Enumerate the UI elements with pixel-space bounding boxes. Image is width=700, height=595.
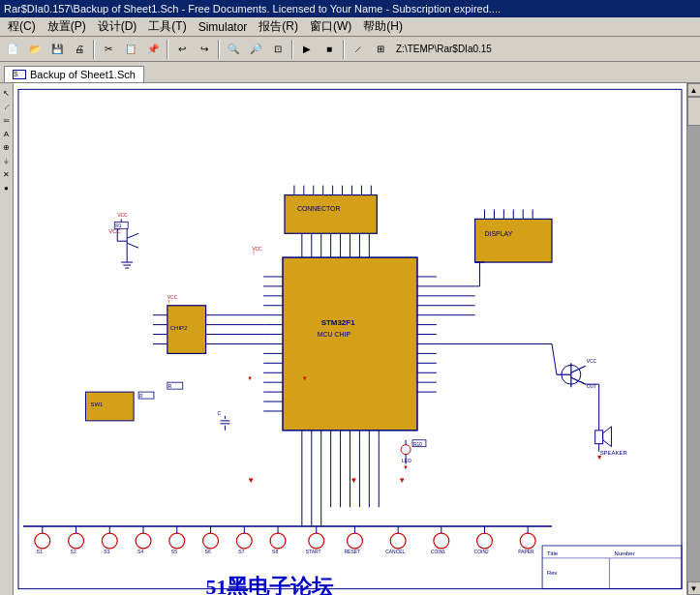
svg-text:▼: ▼ [302, 375, 308, 381]
svg-text:S1: S1 [37, 550, 43, 554]
path-label: Z:\TEMP\Rar$DIa0.15 [396, 44, 492, 54]
right-scrollbar[interactable]: ▲ ▼ [686, 83, 700, 595]
sep5 [343, 40, 345, 59]
redo-button[interactable]: ↪ [194, 39, 215, 60]
sep4 [291, 40, 293, 59]
menu-simulator[interactable]: Simulator [193, 18, 254, 36]
paste-button[interactable]: 📌 [142, 39, 164, 60]
svg-text:R: R [168, 384, 172, 389]
svg-text:C: C [217, 411, 221, 416]
sep2 [167, 40, 168, 59]
svg-text:DISPLAY: DISPLAY [485, 230, 513, 237]
svg-text:SW1: SW1 [90, 402, 104, 407]
svg-text:R1: R1 [115, 223, 122, 228]
scroll-track[interactable] [687, 97, 701, 581]
svg-text:S6: S6 [205, 550, 211, 554]
pointer-tool[interactable]: ↖ [1, 87, 13, 99]
new-button[interactable]: 📄 [2, 39, 23, 60]
tab-bar: S Backup of Sheet1.Sch [0, 62, 700, 83]
sheet-tab[interactable]: S Backup of Sheet1.Sch [4, 66, 144, 82]
open-button[interactable]: 📂 [24, 39, 46, 60]
menu-window[interactable]: 窗口(W) [304, 16, 357, 37]
svg-text:Title: Title [547, 550, 559, 556]
copy-button[interactable]: 📋 [120, 39, 141, 60]
svg-text:S8: S8 [272, 550, 278, 554]
svg-text:▼: ▼ [247, 476, 255, 485]
svg-text:CANCEL: CANCEL [385, 550, 405, 554]
svg-rect-75 [475, 219, 552, 262]
svg-text:S2: S2 [71, 550, 76, 554]
title-bar: Rar$DIa0.157\Backup of Sheet1.Sch - Free… [0, 0, 700, 17]
sep1 [93, 40, 95, 59]
zoom-out-button[interactable]: 🔎 [245, 39, 266, 60]
power-tool[interactable]: ⏚ [1, 155, 13, 166]
wire-button[interactable]: ⟋ [348, 39, 369, 60]
main-area: ↖ ⟋ ═ A ⊕ ⏚ ✕ ● Title Number Rev STM32F1… [0, 83, 700, 595]
svg-text:VCC: VCC [252, 247, 262, 252]
menu-design[interactable]: 设计(D) [92, 16, 143, 37]
svg-text:RESET: RESET [345, 550, 361, 554]
svg-text:▼: ▼ [403, 464, 409, 470]
svg-text:COIN1: COIN1 [431, 550, 445, 554]
scroll-up-button[interactable]: ▲ [687, 83, 701, 97]
svg-text:Number: Number [615, 550, 635, 556]
title-text: Rar$DIa0.157\Backup of Sheet1.Sch - Free… [4, 3, 501, 15]
zoom-in-button[interactable]: 🔍 [223, 39, 244, 60]
svg-text:MCU CHIP: MCU CHIP [318, 331, 351, 338]
bus-tool[interactable]: ═ [1, 114, 13, 126]
svg-text:VCC: VCC [108, 228, 121, 234]
svg-text:START: START [306, 550, 321, 554]
svg-rect-56 [285, 195, 377, 234]
left-sidebar: ↖ ⟋ ═ A ⊕ ⏚ ✕ ● [0, 83, 14, 595]
sep3 [218, 40, 220, 59]
canvas-area: Title Number Rev STM32F1 MCU CHIP [14, 83, 686, 595]
svg-text:▼: ▼ [596, 454, 603, 461]
svg-text:S3: S3 [104, 550, 109, 554]
svg-rect-8 [283, 257, 417, 431]
svg-text:▼: ▼ [398, 476, 406, 485]
svg-text:▼: ▼ [247, 375, 253, 381]
wire-tool[interactable]: ⟋ [1, 101, 13, 112]
svg-text:VCC: VCC [587, 359, 597, 364]
svg-text:R10: R10 [413, 442, 422, 447]
component-button[interactable]: ⊞ [370, 39, 391, 60]
svg-text:COIN2: COIN2 [474, 550, 489, 554]
no-connect-tool[interactable]: ✕ [1, 168, 13, 180]
scroll-thumb[interactable] [687, 97, 701, 126]
svg-text:OUT: OUT [587, 384, 596, 389]
cut-button[interactable]: ✂ [98, 39, 119, 60]
toolbar: 📄 📂 💾 🖨 ✂ 📋 📌 ↩ ↪ 🔍 🔎 ⊡ ▶ ■ ⟋ ⊞ Z:\TEMP\… [0, 37, 700, 62]
svg-text:PAPER: PAPER [518, 550, 534, 554]
menu-bar: 程(C) 放置(P) 设计(D) 工具(T) Simulator 报告(R) 窗… [0, 17, 700, 37]
comp-tool[interactable]: ⊕ [1, 141, 13, 153]
tab-label: Backup of Sheet1.Sch [30, 69, 136, 80]
tab-icon: S [13, 70, 26, 79]
svg-text:LED: LED [402, 459, 411, 463]
run-button[interactable]: ▶ [296, 39, 318, 60]
menu-tools[interactable]: 工具(T) [142, 16, 192, 37]
svg-text:CHIP2: CHIP2 [170, 325, 188, 331]
svg-text:STM32F1: STM32F1 [321, 318, 355, 327]
save-button[interactable]: 💾 [46, 39, 68, 60]
svg-text:VCC: VCC [117, 213, 128, 218]
schematic-canvas: Title Number Rev STM32F1 MCU CHIP [14, 83, 686, 595]
junction-tool[interactable]: ● [1, 182, 13, 193]
svg-text:SPEAKER: SPEAKER [600, 450, 628, 456]
svg-text:S4: S4 [137, 550, 143, 554]
stop-button[interactable]: ■ [319, 39, 340, 60]
menu-place[interactable]: 放置(P) [42, 16, 92, 37]
svg-text:▼: ▼ [350, 476, 358, 485]
svg-text:51黑电子论坛: 51黑电子论坛 [206, 575, 335, 595]
menu-report[interactable]: 报告(R) [253, 16, 304, 37]
print-button[interactable]: 🖨 [69, 39, 90, 60]
svg-text:S5: S5 [171, 550, 177, 554]
fit-button[interactable]: ⊡ [267, 39, 289, 60]
undo-button[interactable]: ↩ [171, 39, 193, 60]
label-tool[interactable]: A [1, 128, 13, 139]
menu-help[interactable]: 帮助(H) [357, 16, 409, 37]
scroll-down-button[interactable]: ▼ [687, 581, 701, 595]
svg-text:R: R [139, 394, 143, 399]
svg-text:VCC: VCC [167, 295, 178, 300]
svg-text:CONNECTOR: CONNECTOR [297, 205, 341, 212]
menu-file[interactable]: 程(C) [2, 16, 42, 37]
